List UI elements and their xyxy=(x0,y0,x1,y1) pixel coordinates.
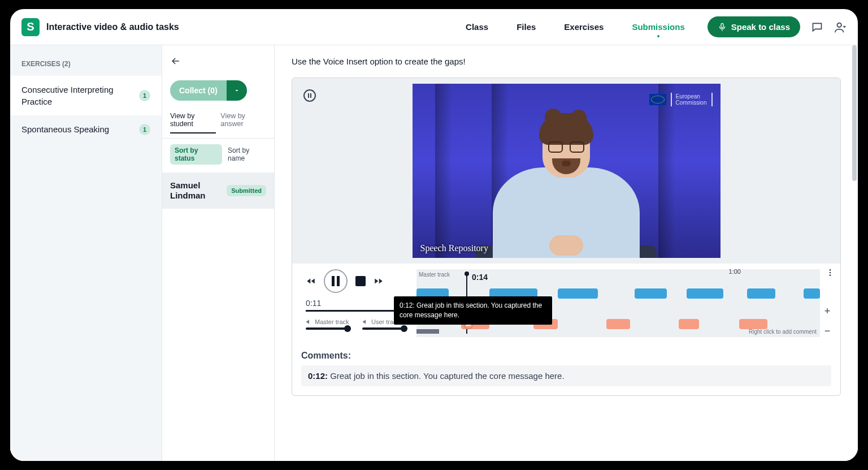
user-segment[interactable] xyxy=(739,319,767,329)
chevron-down-icon xyxy=(233,87,240,94)
svg-rect-0 xyxy=(721,23,723,28)
sidebar-item-label: Consecutive Interpreting Practice xyxy=(21,84,118,107)
view-by-answer-tab[interactable]: View by answer xyxy=(220,109,266,133)
sidebar-badge: 1 xyxy=(139,90,150,101)
timeline[interactable]: Master track 1:00 0:14 0:12: Great job i… xyxy=(416,269,820,337)
volume-icon xyxy=(362,318,369,325)
nav-exercises[interactable]: Exercises xyxy=(564,18,604,36)
rewind-button[interactable] xyxy=(306,276,316,286)
status-badge: Submitted xyxy=(227,185,266,196)
sort-by-name[interactable]: Sort by name xyxy=(228,144,266,165)
comment-item[interactable]: 0:12: Great job in this section. You cap… xyxy=(301,365,831,386)
scrollbar[interactable] xyxy=(852,45,857,461)
forward-button[interactable] xyxy=(374,276,384,286)
master-segment[interactable] xyxy=(747,288,775,299)
speak-label: Speak to class xyxy=(731,22,790,32)
user-volume-slider[interactable] xyxy=(362,327,407,330)
collect-button[interactable]: Collect (0) xyxy=(170,80,227,101)
comments-section: Comments: 0:12: Great job in this sectio… xyxy=(292,342,840,395)
nav-submissions[interactable]: Submissions xyxy=(632,18,684,36)
sidebar: EXERCISES (2) Consecutive Interpreting P… xyxy=(10,45,162,461)
master-volume-slider[interactable] xyxy=(306,327,351,330)
nav-class[interactable]: Class xyxy=(466,18,488,36)
svg-point-2 xyxy=(830,269,831,271)
sidebar-item-spontaneous[interactable]: Spontaneous Speaking 1 xyxy=(10,115,162,143)
top-nav: Class Files Exercises Submissions xyxy=(466,18,685,36)
sidebar-item-consecutive[interactable]: Consecutive Interpreting Practice 1 xyxy=(10,76,162,115)
video-frame[interactable]: EuropeanCommission xyxy=(413,84,721,258)
master-segment[interactable] xyxy=(635,288,667,299)
user-menu-icon[interactable] xyxy=(834,21,847,33)
more-options-button[interactable] xyxy=(826,268,835,277)
comment-tooltip: 0:12: Great job in this section. You cap… xyxy=(394,296,552,325)
svg-point-3 xyxy=(830,272,831,274)
content-area: Use the Voice Insert option to create th… xyxy=(275,45,858,461)
eu-commission-logo: EuropeanCommission xyxy=(649,92,712,107)
sidebar-header: EXERCISES (2) xyxy=(10,57,162,76)
master-segment[interactable] xyxy=(687,288,723,299)
submissions-panel: Collect (0) View by student View by answ… xyxy=(162,45,275,461)
master-segment[interactable] xyxy=(558,288,598,299)
pause-overlay-button[interactable] xyxy=(303,89,316,102)
comments-title: Comments: xyxy=(301,351,831,361)
video-card: EuropeanCommission xyxy=(292,77,841,396)
video-watermark: Speech Repository xyxy=(420,243,488,253)
mic-icon xyxy=(718,23,727,32)
nav-files[interactable]: Files xyxy=(517,18,536,36)
timeline-hint: Right click to add comment xyxy=(749,329,817,335)
collect-dropdown[interactable] xyxy=(227,80,247,101)
student-row[interactable]: SamuelLindman Submitted xyxy=(162,173,274,209)
zoom-out-button[interactable]: − xyxy=(824,325,831,337)
pause-button[interactable] xyxy=(324,269,348,293)
video-area: EuropeanCommission xyxy=(292,78,840,264)
user-segment[interactable] xyxy=(606,319,631,329)
topbar: S Interactive video & audio tasks Class … xyxy=(10,9,858,45)
comment-icon[interactable] xyxy=(811,21,823,33)
sort-by-status[interactable]: Sort by status xyxy=(170,144,222,165)
master-segment[interactable] xyxy=(804,288,820,299)
player-controls: 0:11 Master track xyxy=(292,264,840,342)
svg-point-4 xyxy=(830,274,831,276)
app-logo: S xyxy=(21,18,40,36)
volume-icon xyxy=(306,318,313,325)
view-by-student-tab[interactable]: View by student xyxy=(170,109,216,133)
app-title: Interactive video & audio tasks xyxy=(46,22,179,32)
zoom-in-button[interactable]: + xyxy=(824,305,831,317)
svg-point-1 xyxy=(837,23,841,27)
master-track-label: Master track xyxy=(315,318,349,325)
sidebar-item-label: Spontaneous Speaking xyxy=(21,123,109,135)
sidebar-badge: 1 xyxy=(139,124,150,135)
progress-bottom xyxy=(416,329,439,334)
student-name: SamuelLindman xyxy=(170,180,206,201)
instruction-text: Use the Voice Insert option to create th… xyxy=(292,57,841,66)
speak-to-class-button[interactable]: Speak to class xyxy=(708,16,800,37)
user-segment[interactable] xyxy=(679,319,699,329)
back-arrow[interactable] xyxy=(170,55,266,67)
stop-button[interactable] xyxy=(355,276,366,286)
